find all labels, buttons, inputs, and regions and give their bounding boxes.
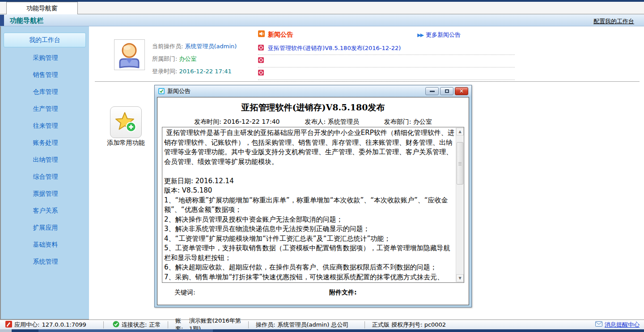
- sidebar: 我的工作台 采购管理 销售管理 仓库管理 生产管理 往来管理 账务处理 出纳管理…: [0, 26, 89, 319]
- sidebar-item-label: 我的工作台: [29, 36, 60, 44]
- minimize-icon: [430, 91, 435, 92]
- sidebar-item-comprehensive[interactable]: 综合管理: [1, 168, 90, 185]
- more-news-label: 更多新闻公告: [426, 31, 461, 38]
- maximize-icon: [445, 89, 449, 93]
- connection-label: 连接状态:: [122, 321, 147, 329]
- status-operator-label: 操作员:: [256, 321, 275, 329]
- connection-section: 连接状态: 正常: [107, 321, 168, 328]
- news-bullet-icon: [258, 70, 264, 77]
- operator-section: 操作员: 系统管理员(admin) 总公司: [250, 321, 365, 328]
- operator-value: 系统管理员(admin): [185, 43, 237, 50]
- message-center-label: 消息提醒中心: [605, 321, 640, 329]
- maximize-button[interactable]: [440, 87, 453, 95]
- sidebar-item-purchase[interactable]: 采购管理: [1, 50, 90, 67]
- bottom-strip-segment: [38, 329, 213, 332]
- operator-row: 当前操作员: 系统管理员(admin): [152, 42, 237, 50]
- license-section: 正式版 授权序列号: pc0002: [367, 321, 479, 328]
- add-favorite-button[interactable]: [110, 106, 142, 138]
- bottom-strip-segment: [0, 329, 12, 332]
- app-center-value: 127.0.0.1:7099: [42, 321, 86, 328]
- login-time-row: 登录时间: 2016-12-22 17:41: [152, 67, 232, 76]
- sidebar-item-label: 综合管理: [33, 173, 58, 181]
- sidebar-item-contacts[interactable]: 往来管理: [1, 118, 90, 134]
- sidebar-item-label: 往来管理: [33, 122, 58, 130]
- user-avatar-icon: [114, 40, 144, 70]
- article-body-text: 亚拓管理软件是基于自主研发的亚拓基础应用平台开发的中小企业ERP软件（精细化管理…: [164, 128, 456, 282]
- scroll-up-arrow[interactable]: ▲: [456, 128, 464, 135]
- sidebar-item-accounting[interactable]: 账务处理: [1, 134, 90, 151]
- account-set-section: 账套: 演示账套(2016年第1期): [170, 321, 249, 328]
- sidebar-item-label: 扩展应用: [33, 224, 58, 232]
- sidebar-item-my-workbench[interactable]: 我的工作台: [4, 33, 86, 47]
- sidebar-item-label: 系统管理: [33, 258, 58, 266]
- license-text: 正式版 授权序列号: pc0002: [372, 321, 446, 329]
- popup-content: 亚拓管理软件(进销存)V8.5.180发布 发布时间: 2016-12-22 1…: [157, 97, 469, 305]
- news-item[interactable]: [258, 68, 515, 80]
- more-news-link[interactable]: ▶▶更多新闻公告: [417, 31, 461, 39]
- tab-row: 功能导航窗: [0, 2, 644, 14]
- article-body-box: 亚拓管理软件是基于自主研发的亚拓基础应用平台开发的中小企业ERP软件（精细化管理…: [162, 127, 464, 283]
- sidebar-item-system[interactable]: 系统管理: [1, 253, 90, 270]
- app-center-section: 应用中心: 127.0.0.1:7099: [0, 321, 104, 328]
- status-operator-value: 系统管理员(admin) 总公司: [277, 321, 348, 329]
- sidebar-item-warehouse[interactable]: 仓库管理: [1, 84, 90, 101]
- sidebar-item-label: 生产管理: [33, 105, 58, 113]
- article-meta: 发布时间: 2016-12-22 17:40 发布人: 系统管理员 发布部门: …: [157, 118, 469, 126]
- news-item-text: 亚拓管理软件(进销存)V8.5.180发布(2016-12-22): [268, 44, 401, 52]
- news-bullet-icon: [258, 45, 264, 52]
- sidebar-item-label: 客户关系: [33, 207, 58, 215]
- avatar: [114, 39, 145, 70]
- window-logo-icon: [158, 88, 165, 96]
- sidebar-item-crm[interactable]: 客户关系: [1, 202, 90, 219]
- sidebar-item-sales[interactable]: 销售管理: [1, 67, 90, 84]
- scroll-down-arrow[interactable]: ▼: [456, 274, 464, 282]
- sidebar-item-label: 账务处理: [33, 139, 58, 147]
- sidebar-item-base-data[interactable]: 基础资料: [1, 236, 90, 253]
- double-arrow-icon: ▶▶: [417, 32, 423, 38]
- sidebar-item-label: 基础资料: [33, 241, 58, 249]
- news-board-title: 新闻公告: [268, 31, 293, 39]
- publisher: 发布人: 系统管理员: [305, 118, 359, 126]
- sidebar-item-label: 票据管理: [33, 190, 58, 198]
- vertical-scrollbar[interactable]: ▲ ▼: [456, 128, 463, 282]
- news-bullet-icon: [258, 57, 264, 64]
- sidebar-item-extensions[interactable]: 扩展应用: [1, 219, 90, 236]
- content-divider: [95, 81, 640, 82]
- publish-time: 发布时间: 2016-12-22 17:40: [194, 118, 280, 126]
- connection-value: 正常: [149, 321, 161, 329]
- news-popup-window: 新闻公告 ✕ 亚拓管理软件(进销存)V8.5.180发布 发布时间: 2016-…: [154, 85, 472, 307]
- configure-workbench-link[interactable]: 配置我的工作台: [593, 17, 634, 25]
- message-center-link[interactable]: 消息提醒中心: [595, 321, 644, 329]
- login-time-label: 登录时间:: [152, 68, 177, 75]
- department-row: 所属部门: 办公室: [152, 55, 197, 63]
- minimize-button[interactable]: [425, 87, 439, 95]
- sidebar-item-label: 采购管理: [33, 54, 58, 62]
- close-icon: ✕: [459, 88, 464, 94]
- add-favorite-label: 添加常用功能: [93, 139, 158, 147]
- sidebar-item-label: 出纳管理: [33, 156, 58, 164]
- login-time-value: 2016-12-22 17:41: [179, 68, 232, 75]
- sidebar-item-label: 仓库管理: [33, 88, 58, 96]
- department-label: 所属部门:: [152, 55, 177, 62]
- close-button[interactable]: ✕: [455, 87, 468, 95]
- tab-function-navigation[interactable]: 功能导航窗: [6, 2, 78, 14]
- sidebar-item-bills[interactable]: 票据管理: [1, 185, 90, 202]
- sidebar-item-production[interactable]: 生产管理: [1, 101, 90, 118]
- envelope-icon: [595, 321, 602, 328]
- publish-dept: 发布部门: 办公室: [384, 118, 432, 126]
- keywords-label: 关键词:: [174, 289, 195, 297]
- sidebar-item-cashier[interactable]: 出纳管理: [1, 151, 90, 168]
- star-plus-icon: [115, 112, 137, 133]
- app-center-label: 应用中心:: [14, 321, 39, 329]
- popup-title: 新闻公告: [167, 87, 191, 95]
- news-item[interactable]: [258, 56, 515, 67]
- popup-titlebar[interactable]: 新闻公告 ✕: [155, 85, 471, 97]
- app-logo-icon: [5, 321, 12, 329]
- scrollbar-thumb[interactable]: [457, 142, 463, 185]
- operator-label: 当前操作员:: [152, 43, 183, 50]
- page-title: 功能导航栏: [10, 17, 43, 25]
- article-title: 亚拓管理软件(进销存)V8.5.180发布: [157, 102, 469, 113]
- sidebar-item-label: 销售管理: [33, 71, 58, 79]
- status-bar: 应用中心: 127.0.0.1:7099 连接状态: 正常 账套: 演示账套(2…: [0, 319, 644, 329]
- news-item[interactable]: 亚拓管理软件(进销存)V8.5.180发布(2016-12-22): [258, 43, 515, 55]
